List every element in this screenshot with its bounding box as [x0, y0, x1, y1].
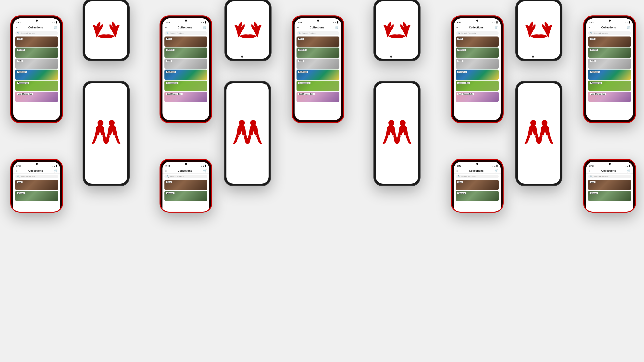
menu-icon-9[interactable]: ≡ — [165, 169, 167, 172]
status-bar-8: 3:42 ●▲▊ — [13, 162, 60, 168]
app-header-3: ≡ Collections 🛒 — [162, 25, 209, 30]
list-item-footwear-5[interactable]: Footwear — [296, 69, 340, 80]
phone-16-partial: 3:42 ●▲▊ ≡ Collections 🛒 🔍 Search Produc… — [451, 159, 504, 213]
list-item-women-17[interactable]: Women — [588, 191, 631, 201]
search-bar-13[interactable]: 🔍 Search Products — [588, 31, 631, 35]
sale-label-11: Last Chance Sale — [457, 93, 474, 95]
status-time-17: 3:42 — [589, 165, 594, 167]
phone-8-partial: 3:42 ●▲▊ ≡ Collections 🛒 🔍 Search Produc… — [10, 159, 63, 213]
list-item-men-11[interactable]: Men — [456, 36, 499, 47]
search-bar-16[interactable]: 🔍 Search Products — [456, 175, 499, 178]
search-bar[interactable]: 🔍 Search Products — [15, 31, 58, 35]
search-icon-3: 🔍 — [166, 32, 169, 34]
menu-icon-5[interactable]: ≡ — [297, 26, 299, 29]
list-item-kids-11[interactable]: Kids — [456, 58, 499, 69]
search-placeholder-8: Search Products — [20, 175, 35, 178]
antler-logo-3 — [382, 20, 412, 40]
list-item-women-8[interactable]: Women — [15, 191, 58, 201]
cart-icon-17[interactable]: 🛒 — [627, 169, 630, 172]
list-item-kids[interactable]: Kids — [15, 58, 58, 69]
menu-icon-16[interactable]: ≡ — [456, 169, 458, 172]
list-item-accessories-13[interactable]: Accessories — [588, 81, 631, 91]
list-item-men-3[interactable]: Men — [164, 36, 207, 47]
list-item-men-9[interactable]: Men — [164, 180, 207, 190]
menu-icon-13[interactable]: ≡ — [588, 26, 590, 29]
status-time-11: 3:42 — [457, 21, 461, 24]
list-item-men-17[interactable]: Men — [588, 180, 631, 190]
search-bar-9[interactable]: 🔍 Search Products — [164, 175, 207, 178]
list-item-sale[interactable]: Last Chance Sale — [15, 92, 58, 102]
list-item-accessories-11[interactable]: Accessories — [456, 81, 499, 91]
menu-icon-17[interactable]: ≡ — [588, 169, 590, 172]
collections-title-16: Collections — [469, 169, 484, 172]
list-item-sale-5[interactable]: Last Chance Sale — [296, 92, 340, 102]
collections-title-17: Collections — [601, 169, 616, 172]
list-item-men-5[interactable]: Men — [296, 36, 340, 47]
menu-icon[interactable]: ≡ — [16, 26, 18, 29]
list-item-men-13[interactable]: Men — [588, 36, 631, 47]
women-label-11: Women — [457, 49, 466, 51]
search-bar-11[interactable]: 🔍 Search Products — [456, 31, 499, 35]
status-time-3: 3:42 — [166, 21, 170, 24]
search-bar-5[interactable]: 🔍 Search Products — [296, 31, 340, 35]
list-item-women-3[interactable]: Women — [164, 47, 207, 58]
app-header: ≡ Collections 🛒 — [13, 25, 60, 30]
list-item-footwear[interactable]: Footwear — [15, 69, 58, 80]
collection-list-16: Men Women — [454, 179, 501, 202]
status-bar-3: 3:42 ●▲▊ — [162, 18, 209, 25]
cart-icon-8[interactable]: 🛒 — [54, 169, 58, 172]
kids-label-11: Kids — [457, 60, 464, 62]
search-bar-8[interactable]: 🔍 Search Products — [15, 175, 58, 178]
list-item-sale-13[interactable]: Last Chance Sale — [588, 92, 631, 102]
list-item-men-16[interactable]: Men — [456, 180, 499, 190]
cart-icon[interactable]: 🛒 — [54, 26, 58, 29]
list-item-footwear-11[interactable]: Footwear — [456, 69, 499, 80]
list-item-sale-11[interactable]: Last Chance Sale — [456, 92, 499, 102]
cart-icon-9[interactable]: 🛒 — [203, 169, 207, 172]
kids-label: Kids — [17, 60, 23, 62]
kappa-logo-3 — [378, 118, 415, 149]
search-bar-17[interactable]: 🔍 Search Products — [588, 175, 631, 178]
cart-icon-5[interactable]: 🛒 — [335, 26, 339, 29]
search-bar-3[interactable]: 🔍 Search Products — [164, 31, 207, 35]
list-item-men[interactable]: Men — [15, 36, 58, 47]
cart-icon-16[interactable]: 🛒 — [494, 169, 498, 172]
search-placeholder-16: Search Products — [461, 175, 476, 178]
men-label-5: Men — [298, 38, 304, 40]
status-bar-16: 3:42 ●▲▊ — [454, 162, 501, 168]
footwear-label-11: Footwear — [457, 71, 467, 73]
list-item-women-5[interactable]: Women — [296, 47, 340, 58]
footwear-label-3: Footwear — [166, 71, 176, 73]
status-bar-17: 3:42 ●▲▊ — [586, 162, 633, 168]
list-item-sale-3[interactable]: Last Chance Sale — [164, 92, 207, 102]
list-item-women[interactable]: Women — [15, 47, 58, 58]
list-item-kids-13[interactable]: Kids — [588, 58, 631, 69]
accessories-label-11: Accessories — [457, 82, 470, 84]
list-item-footwear-3[interactable]: Footwear — [164, 69, 207, 80]
menu-icon-11[interactable]: ≡ — [456, 26, 458, 29]
list-item-accessories-5[interactable]: Accessories — [296, 81, 340, 91]
cart-icon-13[interactable]: 🛒 — [627, 26, 630, 29]
list-item-kids-5[interactable]: Kids — [296, 58, 340, 69]
list-item-accessories[interactable]: Accessories — [15, 81, 58, 91]
list-item-kids-3[interactable]: Kids — [164, 58, 207, 69]
cart-icon-3[interactable]: 🛒 — [203, 26, 207, 29]
kids-label-13: Kids — [590, 60, 596, 62]
list-item-accessories-3[interactable]: Accessories — [164, 81, 207, 91]
men-label-17: Men — [590, 181, 596, 183]
search-icon-16: 🔍 — [458, 175, 460, 178]
menu-icon-8[interactable]: ≡ — [16, 169, 18, 172]
list-item-men-8[interactable]: Men — [15, 180, 58, 190]
list-item-women-11[interactable]: Women — [456, 47, 499, 58]
women-label-17: Women — [590, 192, 598, 194]
app-header-16: ≡ Collections 🛒 — [454, 168, 501, 174]
search-placeholder-17: Search Products — [594, 175, 608, 178]
cart-icon-11[interactable]: 🛒 — [494, 26, 498, 29]
status-time-9: 3:42 — [166, 165, 170, 167]
list-item-women-13[interactable]: Women — [588, 47, 631, 58]
menu-icon-3[interactable]: ≡ — [165, 26, 167, 29]
list-item-footwear-13[interactable]: Footwear — [588, 69, 631, 80]
list-item-women-16[interactable]: Women — [456, 191, 499, 201]
list-item-women-9[interactable]: Women — [164, 191, 207, 201]
collection-list-8: Men Women — [13, 179, 60, 202]
